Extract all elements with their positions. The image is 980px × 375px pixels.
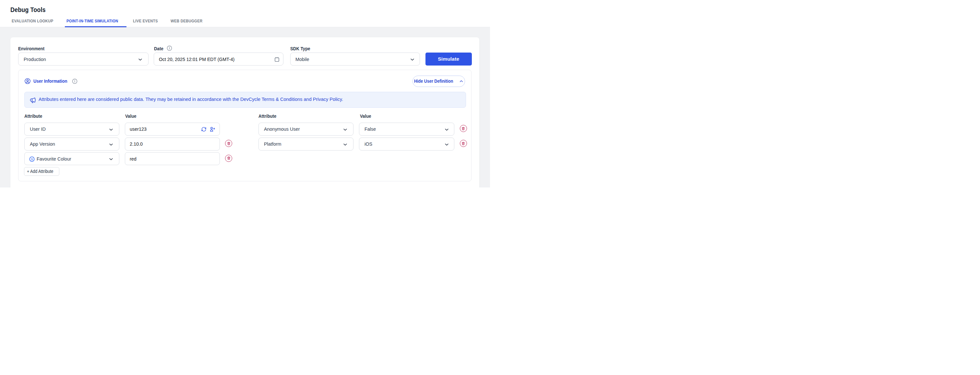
svg-text:S: S: [31, 157, 33, 161]
